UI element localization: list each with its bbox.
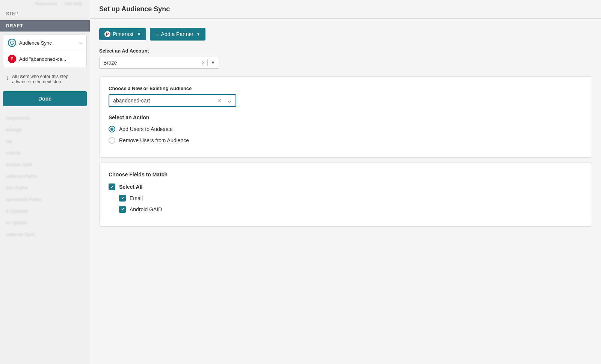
select-all-checkbox[interactable] bbox=[109, 184, 115, 190]
radio-remove-users-circle[interactable] bbox=[109, 137, 115, 144]
sidebar-item-add-abandoned-label: Add "abandoned-ca... bbox=[19, 56, 82, 62]
audience-arrow-icon: ⌄ bbox=[227, 98, 232, 104]
audience-label: Choose a New or Existing Audience bbox=[109, 86, 583, 91]
draft-badge: DRAFT bbox=[0, 20, 90, 32]
resources-link[interactable]: Resources bbox=[35, 1, 57, 6]
partner-row: P Pinterest ✕ + Add a Partner ▼ bbox=[99, 28, 592, 41]
sidebar-chevron: › bbox=[80, 40, 82, 46]
sidebar: Resources Get Help Step DRAFT Audience S… bbox=[0, 0, 90, 364]
action-section: Select an Action Add Users to Audience R… bbox=[109, 114, 583, 144]
radio-remove-users[interactable]: Remove Users from Audience bbox=[109, 137, 583, 144]
nav-item-components[interactable]: omponents bbox=[0, 112, 90, 124]
plus-icon: + bbox=[155, 31, 159, 38]
select-all-checkbox-row[interactable]: Select All bbox=[109, 184, 583, 190]
nav-item-udience-sync[interactable]: udience Sync bbox=[0, 229, 90, 240]
step-label: Step bbox=[0, 8, 90, 20]
top-bar: Resources Get Help bbox=[0, 0, 90, 8]
ad-account-label: Select an Ad Account bbox=[99, 48, 592, 54]
help-link[interactable]: Get Help bbox=[65, 1, 82, 6]
ad-account-select[interactable]: Braze ✕ ▼ bbox=[99, 57, 219, 69]
done-button[interactable]: Done bbox=[3, 91, 87, 106]
pinterest-close-icon[interactable]: ✕ bbox=[137, 32, 141, 37]
audience-clear-icon[interactable]: ✕ bbox=[218, 98, 222, 103]
radio-add-users[interactable]: Add Users to Audience bbox=[109, 126, 583, 132]
audience-select[interactable]: abandoned-cart ✕ ⌄ bbox=[109, 94, 236, 107]
main-content: Set up Audience Sync P Pinterest ✕ + Add… bbox=[90, 0, 601, 364]
sub-checkboxes: Email Android GAID bbox=[119, 195, 583, 213]
fields-title: Choose Fields to Match bbox=[109, 171, 583, 177]
pinterest-icon-small: P bbox=[8, 55, 16, 63]
sidebar-item-audience-sync-label: Audience Sync bbox=[19, 40, 77, 46]
sidebar-info-text: All users who enter this step advance to… bbox=[12, 74, 84, 84]
android-gaid-checkbox-row[interactable]: Android GAID bbox=[119, 206, 583, 213]
select-divider bbox=[207, 59, 208, 66]
radio-remove-users-label: Remove Users from Audience bbox=[119, 137, 189, 143]
nav-item-experiment-paths[interactable]: xperiment Paths bbox=[0, 194, 90, 205]
main-body: P Pinterest ✕ + Add a Partner ▼ Select a… bbox=[90, 19, 601, 364]
android-gaid-checkbox[interactable] bbox=[119, 206, 126, 213]
nav-item-controls[interactable]: ontrols bbox=[0, 147, 90, 159]
page-title: Set up Audience Sync bbox=[99, 5, 592, 13]
pinterest-logo-icon: P bbox=[104, 31, 110, 37]
sync-icon bbox=[8, 39, 16, 47]
main-header: Set up Audience Sync bbox=[90, 0, 601, 19]
sidebar-item-audience-sync[interactable]: Audience Sync › bbox=[3, 35, 86, 51]
email-checkbox-row[interactable]: Email bbox=[119, 195, 583, 202]
radio-add-users-circle[interactable] bbox=[109, 126, 115, 132]
action-label: Select an Action bbox=[109, 114, 583, 120]
email-label: Email bbox=[130, 195, 143, 201]
android-gaid-label: Android GAID bbox=[130, 206, 162, 212]
add-partner-chevron-icon: ▼ bbox=[196, 32, 200, 36]
pinterest-button[interactable]: P Pinterest ✕ bbox=[99, 28, 146, 40]
sidebar-nav-items: omponents essage lay ontrols ecision Spl… bbox=[0, 109, 90, 243]
fields-panel: Choose Fields to Match Select All Email … bbox=[99, 162, 592, 227]
nav-item-er-update[interactable]: er Update bbox=[0, 217, 90, 229]
sidebar-item-add-abandoned[interactable]: P Add "abandoned-ca... bbox=[3, 51, 86, 67]
audience-select-divider bbox=[224, 97, 224, 104]
ad-account-clear-icon[interactable]: ✕ bbox=[201, 60, 205, 65]
audience-panel: Choose a New or Existing Audience abando… bbox=[99, 76, 592, 158]
sidebar-arrow-info: ↓ All users who enter this step advance … bbox=[0, 70, 90, 88]
nav-item-message[interactable]: essage bbox=[0, 124, 90, 135]
audience-value: abandoned-cart bbox=[113, 98, 218, 104]
nav-item-decision-split[interactable]: ecision Split bbox=[0, 159, 90, 170]
radio-add-users-label: Add Users to Audience bbox=[119, 126, 172, 132]
nav-item-action-paths[interactable]: tion Paths bbox=[0, 182, 90, 194]
nav-item-e-updates[interactable]: e Updates bbox=[0, 205, 90, 217]
add-partner-button[interactable]: + Add a Partner ▼ bbox=[150, 28, 205, 41]
nav-item-delay[interactable]: lay bbox=[0, 135, 90, 147]
pinterest-button-label: Pinterest bbox=[113, 31, 133, 37]
add-partner-label: Add a Partner bbox=[161, 31, 193, 37]
email-checkbox[interactable] bbox=[119, 195, 126, 202]
ad-account-arrow-icon: ▼ bbox=[211, 60, 215, 65]
select-all-label: Select All bbox=[119, 184, 143, 190]
sidebar-items-panel: Audience Sync › P Add "abandoned-ca... bbox=[3, 35, 87, 67]
ad-account-value: Braze bbox=[103, 60, 201, 66]
ad-account-section: Select an Ad Account Braze ✕ ▼ bbox=[99, 48, 592, 69]
nav-item-audience-paths[interactable]: udience Paths bbox=[0, 170, 90, 182]
